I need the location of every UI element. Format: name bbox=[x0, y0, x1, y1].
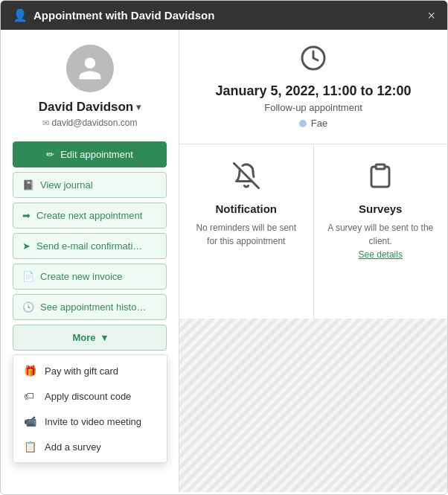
dropdown-item-gift-card[interactable]: 🎁 Pay with gift card bbox=[13, 358, 167, 383]
name-caret[interactable]: ▾ bbox=[136, 102, 141, 112]
create-invoice-button[interactable]: 📄 Create new invoice bbox=[13, 264, 167, 290]
history-icon: 🕓 bbox=[22, 301, 34, 313]
video-icon: 📹 bbox=[24, 415, 37, 427]
discount-icon: 🏷 bbox=[24, 390, 37, 402]
edit-appointment-button[interactable]: ✏ Edit appointment bbox=[13, 141, 167, 167]
staff-badge: Fae bbox=[299, 118, 327, 129]
appointment-info: January 5, 2022, 11:00 to 12:00 Follow-u… bbox=[179, 30, 447, 144]
send-email-button[interactable]: ➤ Send e-mail confirmati… bbox=[13, 233, 167, 259]
svg-line-1 bbox=[234, 164, 258, 188]
surveys-icon bbox=[367, 162, 394, 195]
next-appointment-icon: ➡ bbox=[22, 210, 31, 221]
staff-name: Fae bbox=[311, 118, 327, 129]
surveys-card: Surveys A survey will be sent to the cli… bbox=[314, 144, 448, 319]
notification-title: Notification bbox=[216, 202, 278, 215]
header-left: 👤 Appointment with David Davidson bbox=[13, 8, 214, 22]
left-panel: David Davidson ▾ ✉ david@davidson.com ✏ … bbox=[1, 30, 179, 492]
see-history-button[interactable]: 🕓 See appointment histo… bbox=[13, 294, 167, 320]
appointment-modal: 👤 Appointment with David Davidson × Davi… bbox=[0, 0, 448, 495]
invoice-icon: 📄 bbox=[22, 271, 34, 282]
surveys-text: A survey will be sent to the client. See… bbox=[326, 221, 436, 261]
create-next-appointment-button[interactable]: ➡ Create next appointment bbox=[13, 202, 167, 229]
send-email-label: Send e-mail confirmati… bbox=[36, 240, 142, 252]
see-history-label: See appointment histo… bbox=[40, 301, 146, 313]
client-email-row: ✉ david@davidson.com bbox=[42, 118, 138, 128]
appointment-type: Follow-up appointment bbox=[264, 102, 362, 113]
modal-title: Appointment with David Davidson bbox=[33, 9, 214, 22]
view-journal-button[interactable]: 📓 View journal bbox=[13, 172, 167, 198]
edit-label: Edit appointment bbox=[60, 149, 133, 160]
create-invoice-label: Create new invoice bbox=[40, 271, 123, 282]
staff-dot bbox=[299, 120, 307, 127]
gift-card-label: Pay with gift card bbox=[45, 365, 118, 377]
send-email-icon: ➤ bbox=[22, 240, 31, 252]
video-label: Invite to video meeting bbox=[45, 416, 141, 427]
modal-body: David Davidson ▾ ✉ david@davidson.com ✏ … bbox=[1, 30, 447, 492]
more-caret-icon: ▾ bbox=[102, 332, 107, 343]
more-button[interactable]: More ▾ bbox=[13, 325, 167, 351]
surveys-title: Surveys bbox=[359, 202, 402, 215]
create-next-label: Create next appointment bbox=[36, 210, 142, 221]
survey-label: Add a survey bbox=[45, 441, 101, 453]
client-name: David Davidson bbox=[39, 100, 134, 115]
close-button[interactable]: × bbox=[427, 9, 435, 22]
avatar bbox=[66, 45, 114, 92]
email-icon: ✉ bbox=[42, 118, 49, 128]
discount-label: Apply discount code bbox=[45, 391, 131, 402]
notification-text: No reminders will be sent for this appoi… bbox=[191, 221, 301, 248]
notification-card: Notification No reminders will be sent f… bbox=[179, 144, 314, 319]
gift-card-icon: 🎁 bbox=[24, 365, 37, 377]
person-icon: 👤 bbox=[13, 8, 28, 22]
surveys-link[interactable]: See details bbox=[359, 249, 403, 260]
modal-header: 👤 Appointment with David Davidson × bbox=[1, 1, 447, 30]
client-email: david@davidson.com bbox=[52, 118, 138, 128]
hatch-area bbox=[179, 319, 447, 493]
journal-icon: 📓 bbox=[22, 179, 34, 191]
right-panel: January 5, 2022, 11:00 to 12:00 Follow-u… bbox=[179, 30, 447, 492]
more-dropdown: 🎁 Pay with gift card 🏷 Apply discount co… bbox=[13, 354, 167, 463]
dropdown-item-survey[interactable]: 📋 Add a survey bbox=[13, 434, 167, 459]
info-cards: Notification No reminders will be sent f… bbox=[179, 144, 447, 319]
view-journal-label: View journal bbox=[40, 179, 93, 191]
svg-rect-2 bbox=[376, 165, 385, 169]
edit-icon: ✏ bbox=[46, 149, 54, 160]
client-name-container: David Davidson ▾ bbox=[39, 100, 141, 115]
dropdown-item-discount[interactable]: 🏷 Apply discount code bbox=[13, 383, 167, 409]
appointment-datetime: January 5, 2022, 11:00 to 12:00 bbox=[215, 83, 411, 99]
more-label: More bbox=[72, 332, 95, 343]
survey-icon: 📋 bbox=[24, 441, 37, 453]
dropdown-item-video[interactable]: 📹 Invite to video meeting bbox=[13, 409, 167, 434]
notification-icon bbox=[233, 162, 260, 195]
clock-icon bbox=[300, 45, 327, 77]
